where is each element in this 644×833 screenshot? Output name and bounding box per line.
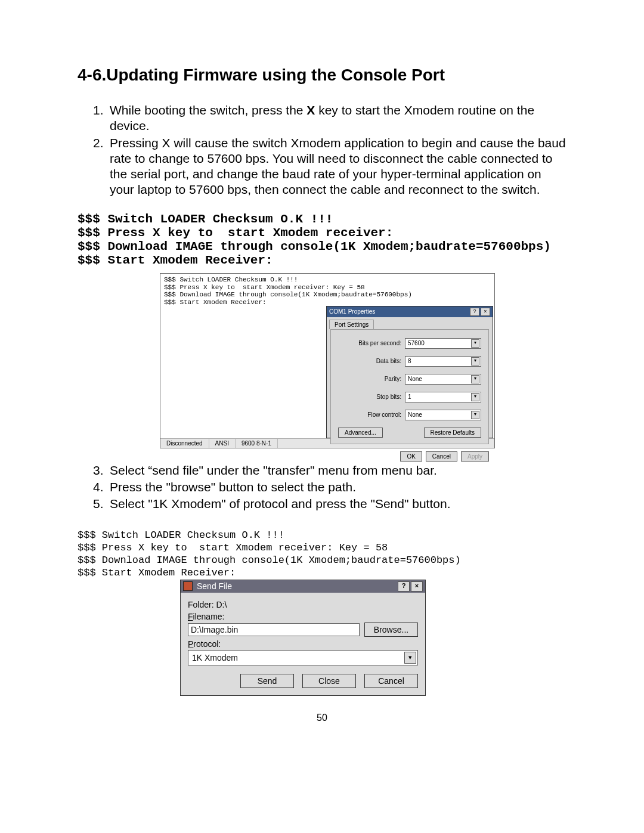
help-icon[interactable]: ? (470, 308, 479, 316)
protocol-select[interactable]: 1K Xmodem ▾ (188, 650, 418, 665)
step-number: 5. (93, 496, 110, 512)
instructions-top: 1. While booting the switch, press the X… (93, 103, 566, 198)
stop-bits-label: Stop bits: (376, 394, 401, 400)
flow-control-label: Flow control: (367, 411, 401, 418)
chevron-down-icon[interactable]: ▾ (471, 393, 479, 401)
app-icon (183, 581, 193, 591)
chevron-down-icon[interactable]: ▾ (471, 357, 479, 366)
console-output: $$$ Switch LOADER Checksum O.K !!! $$$ P… (78, 212, 566, 267)
instructions-bottom: 3. Select “send file" under the "transfe… (93, 463, 566, 512)
terminal-text: $$$ Switch LOADER Checksum O.K !!! $$$ P… (160, 274, 494, 307)
step-text: Press the "browse" button to select the … (110, 479, 566, 495)
step-number: 4. (93, 479, 110, 495)
ok-button[interactable]: OK (400, 451, 422, 462)
step-number: 1. (93, 103, 110, 134)
protocol-label: Protocol: (188, 639, 418, 649)
chevron-down-icon[interactable]: ▾ (471, 339, 479, 348)
browse-button[interactable]: Browse... (364, 623, 418, 637)
com1-properties-dialog: COM1 Properties ? × Port Settings Bits p… (326, 306, 493, 438)
step-text: While booting the switch, press the X ke… (110, 103, 566, 134)
send-button[interactable]: Send (240, 674, 294, 688)
chevron-down-icon[interactable]: ▾ (471, 411, 479, 419)
step-text: Pressing X will cause the switch Xmodem … (110, 135, 566, 198)
hyperterminal-screenshot: $$$ Switch LOADER Checksum O.K !!! $$$ P… (160, 273, 495, 448)
chevron-down-icon[interactable]: ▾ (471, 375, 479, 383)
stop-bits-select[interactable]: 1▾ (405, 392, 481, 402)
bits-per-second-label: Bits per second: (358, 340, 401, 346)
close-icon[interactable]: × (481, 308, 490, 316)
parity-select[interactable]: None▾ (405, 374, 481, 385)
dialog-title: COM1 Properties (329, 308, 375, 315)
data-bits-select[interactable]: 8▾ (405, 356, 481, 367)
terminal-text: $$$ Switch LOADER Checksum O.K !!! $$$ P… (78, 529, 469, 580)
apply-button[interactable]: Apply (461, 451, 489, 462)
section-heading: 4-6.Updating Firmware using the Console … (78, 66, 566, 85)
folder-label: Folder: D:\ (188, 600, 418, 609)
filename-label: Filename: (188, 612, 418, 621)
send-file-screenshot: $$$ Switch LOADER Checksum O.K !!! $$$ P… (78, 529, 469, 696)
status-port: 9600 8-N-1 (236, 439, 278, 448)
status-emulation: ANSI (209, 439, 236, 448)
close-icon[interactable]: × (411, 581, 423, 592)
cancel-button[interactable]: Cancel (426, 451, 457, 462)
close-button[interactable]: Close (302, 674, 356, 688)
step-number: 2. (93, 135, 110, 198)
filename-field[interactable] (188, 623, 360, 636)
parity-label: Parity: (385, 376, 401, 382)
help-icon[interactable]: ? (398, 581, 410, 592)
advanced-button[interactable]: Advanced... (338, 428, 383, 438)
dialog-title: Send File (197, 581, 232, 591)
cancel-button[interactable]: Cancel (364, 674, 418, 688)
page-number: 50 (78, 713, 566, 723)
step-number: 3. (93, 463, 110, 478)
tab-port-settings[interactable]: Port Settings (329, 320, 374, 329)
data-bits-label: Data bits: (376, 358, 401, 364)
send-file-dialog: Send File ? × Folder: D:\ Filename: Brow… (180, 580, 426, 696)
flow-control-select[interactable]: None▾ (405, 410, 481, 420)
status-connection: Disconnected (160, 439, 209, 448)
chevron-down-icon[interactable]: ▾ (404, 652, 416, 664)
step-text: Select "1K Xmodem" of protocol and press… (110, 496, 566, 512)
step-text: Select “send file" under the "transfer" … (110, 463, 566, 478)
bits-per-second-select[interactable]: 57600▾ (405, 338, 481, 349)
restore-defaults-button[interactable]: Restore Defaults (424, 428, 481, 438)
